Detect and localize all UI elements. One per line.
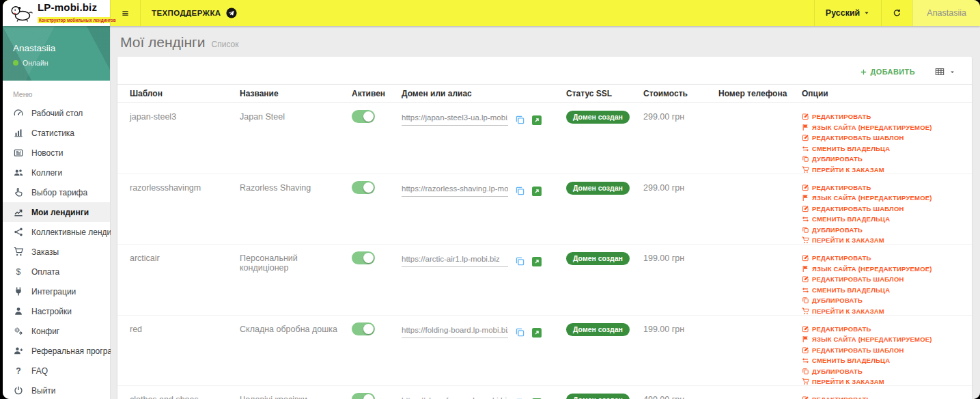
sidebar-item-config[interactable]: Конфиг bbox=[3, 321, 110, 341]
support-label: ТЕХПОДДЕРЖКА bbox=[152, 9, 221, 17]
domain-input[interactable] bbox=[402, 325, 508, 338]
plus-icon bbox=[860, 68, 867, 76]
option-edit-link[interactable]: РЕДАКТИРОВАТЬ bbox=[802, 325, 966, 333]
sidebar-item-desktop[interactable]: Рабочий стол bbox=[3, 103, 110, 123]
copy-domain-icon[interactable] bbox=[515, 327, 525, 338]
option-change-owner-link[interactable]: СМЕНИТЬ ВЛАДЕЛЬЦА bbox=[802, 357, 966, 364]
option-edit-link[interactable]: РЕДАКТИРОВАТЬ bbox=[802, 396, 966, 399]
edit-icon bbox=[802, 134, 809, 141]
domain-input[interactable] bbox=[402, 112, 508, 126]
col-header-domain: Домен или алиас bbox=[402, 85, 566, 103]
domain-input[interactable] bbox=[402, 395, 508, 399]
option-site-language-link[interactable]: ЯЗЫК САЙТА (НЕРЕДАКТИРУЕМОЕ) bbox=[802, 265, 966, 273]
open-site-icon[interactable] bbox=[532, 115, 542, 125]
domain-input[interactable] bbox=[402, 183, 508, 197]
option-edit-link[interactable]: РЕДАКТИРОВАТЬ bbox=[802, 113, 966, 120]
active-toggle[interactable] bbox=[352, 322, 375, 335]
language-label: Русский bbox=[826, 8, 860, 18]
option-duplicate-link[interactable]: ДУБЛИРОВАТЬ bbox=[802, 297, 966, 304]
open-site-icon[interactable] bbox=[532, 257, 542, 266]
exchange-icon bbox=[802, 357, 809, 364]
svg-text:?: ? bbox=[16, 366, 20, 376]
question-icon: ? bbox=[13, 366, 24, 376]
option-duplicate-link[interactable]: ДУБЛИРОВАТЬ bbox=[802, 368, 966, 375]
sidebar-item-my-landings[interactable]: Мои лендинги bbox=[3, 202, 110, 222]
copy-domain-icon[interactable] bbox=[515, 186, 525, 196]
active-toggle[interactable] bbox=[352, 110, 375, 123]
option-edit-template-link[interactable]: РЕДАКТИРОВАТЬ ШАБЛОН bbox=[802, 346, 966, 354]
sidebar-item-statistics[interactable]: Статистика bbox=[3, 123, 110, 143]
table-row: japan-steel3 Japan Steel Домен создан 29… bbox=[117, 103, 972, 174]
active-toggle[interactable] bbox=[352, 181, 375, 194]
topbar-spacer bbox=[248, 0, 814, 26]
sidebar-item-payment[interactable]: $Оплата bbox=[3, 262, 110, 281]
option-edit-link[interactable]: РЕДАКТИРОВАТЬ bbox=[802, 184, 966, 191]
sidebar-item-logout[interactable]: Выйти bbox=[3, 381, 110, 399]
support-button[interactable]: ТЕХПОДДЕРЖКА bbox=[140, 0, 248, 26]
option-go-to-orders-link[interactable]: ПЕРЕЙТИ К ЗАКАЗАМ bbox=[802, 236, 966, 244]
user-menu[interactable]: Anastasiia bbox=[912, 0, 980, 26]
language-dropdown[interactable]: Русский bbox=[814, 0, 882, 26]
active-toggle[interactable] bbox=[352, 393, 375, 399]
option-site-language-link[interactable]: ЯЗЫК САЙТА (НЕРЕДАКТИРУЕМОЕ) bbox=[802, 335, 966, 343]
phone-cell bbox=[718, 174, 802, 245]
option-go-to-orders-link[interactable]: ПЕРЕЙТИ К ЗАКАЗАМ bbox=[802, 166, 966, 174]
add-landing-button[interactable]: ДОБАВИТЬ bbox=[860, 68, 916, 76]
profile-panel: Anastasiia Онлайн bbox=[3, 26, 110, 81]
sidebar-item-referral[interactable]: Реферальная программа bbox=[3, 341, 110, 361]
open-site-icon[interactable] bbox=[532, 328, 542, 338]
sidebar-item-colleagues[interactable]: Коллеги bbox=[3, 163, 110, 182]
edit-icon bbox=[802, 184, 809, 191]
copy-domain-icon[interactable] bbox=[515, 256, 525, 266]
active-toggle[interactable] bbox=[352, 251, 375, 264]
name-cell: Чоловічі кросівки bbox=[240, 386, 352, 399]
phone-cell bbox=[718, 103, 802, 174]
sidebar-item-tariff[interactable]: Выбор тарифа bbox=[3, 182, 110, 202]
dashboard-icon bbox=[13, 108, 24, 118]
logo[interactable]: LP-mobi.biz Конструктор мобильных лендин… bbox=[3, 0, 110, 26]
phone-cell bbox=[718, 386, 802, 399]
domain-input[interactable] bbox=[402, 253, 508, 267]
sidebar-item-news[interactable]: Новости bbox=[3, 143, 110, 163]
sidebar-item-settings[interactable]: Настройки bbox=[3, 301, 110, 321]
option-duplicate-link[interactable]: ДУБЛИРОВАТЬ bbox=[802, 226, 966, 234]
sidebar-item-collective-landings[interactable]: Коллективные лендинги bbox=[3, 222, 110, 242]
ssl-status-badge: Домен создан bbox=[566, 323, 630, 336]
sidebar-menu: Рабочий стол Статистика Новости Коллеги … bbox=[3, 103, 110, 399]
option-change-owner-link[interactable]: СМЕНИТЬ ВЛАДЕЛЬЦА bbox=[802, 145, 966, 152]
option-edit-link[interactable]: РЕДАКТИРОВАТЬ bbox=[802, 254, 966, 262]
sidebar: Anastasiia Онлайн Меню Рабочий стол Стат… bbox=[3, 26, 111, 399]
user-icon bbox=[13, 306, 24, 316]
option-change-owner-link[interactable]: СМЕНИТЬ ВЛАДЕЛЬЦА bbox=[802, 286, 966, 294]
name-cell: Razorless Shaving bbox=[240, 174, 352, 245]
copy-domain-icon[interactable] bbox=[515, 115, 525, 125]
username: Anastasiia bbox=[927, 8, 966, 18]
sidebar-item-faq[interactable]: ?FAQ bbox=[3, 361, 110, 381]
hand-pointer-icon bbox=[13, 187, 24, 197]
option-duplicate-link[interactable]: ДУБЛИРОВАТЬ bbox=[802, 155, 966, 163]
option-site-language-link[interactable]: ЯЗЫК САЙТА (НЕРЕДАКТИРУЕМОЕ) bbox=[802, 194, 966, 202]
table-row: red Складна обробна дошка Домен создан 1… bbox=[117, 315, 972, 386]
option-edit-template-link[interactable]: РЕДАКТИРОВАТЬ ШАБЛОН bbox=[802, 275, 966, 283]
refresh-button[interactable] bbox=[881, 0, 912, 26]
flag-icon bbox=[802, 335, 809, 343]
top-bar: LP-mobi.biz Конструктор мобильных лендин… bbox=[3, 0, 980, 26]
table-columns-button[interactable] bbox=[934, 67, 955, 77]
sidebar-item-integrations[interactable]: Интеграции bbox=[3, 281, 110, 301]
sidebar-item-orders[interactable]: Заказы bbox=[3, 242, 110, 262]
page-title: Мої лендінги bbox=[120, 34, 206, 51]
price-cell: 499.00 грн bbox=[643, 386, 718, 399]
option-edit-template-link[interactable]: РЕДАКТИРОВАТЬ ШАБЛОН bbox=[802, 134, 966, 141]
sidebar-toggle-button[interactable] bbox=[110, 0, 140, 26]
option-go-to-orders-link[interactable]: ПЕРЕЙТИ К ЗАКАЗАМ bbox=[802, 378, 966, 385]
option-go-to-orders-link[interactable]: ПЕРЕЙТИ К ЗАКАЗАМ bbox=[802, 307, 966, 315]
option-change-owner-link[interactable]: СМЕНИТЬ ВЛАДЕЛЬЦА bbox=[802, 215, 966, 223]
edit-icon bbox=[802, 254, 809, 262]
refresh-icon bbox=[893, 8, 901, 18]
option-edit-template-link[interactable]: РЕДАКТИРОВАТЬ ШАБЛОН bbox=[802, 205, 966, 212]
open-site-icon[interactable] bbox=[532, 187, 542, 196]
col-header-price: Стоимость bbox=[643, 85, 718, 103]
option-site-language-link[interactable]: ЯЗЫК САЙТА (НЕРЕДАКТИРУЕМОЕ) bbox=[802, 124, 966, 131]
table-header-row: Шаблон Название Активен Домен или алиас … bbox=[117, 85, 972, 103]
ssl-status-badge: Домен создан bbox=[566, 394, 630, 399]
